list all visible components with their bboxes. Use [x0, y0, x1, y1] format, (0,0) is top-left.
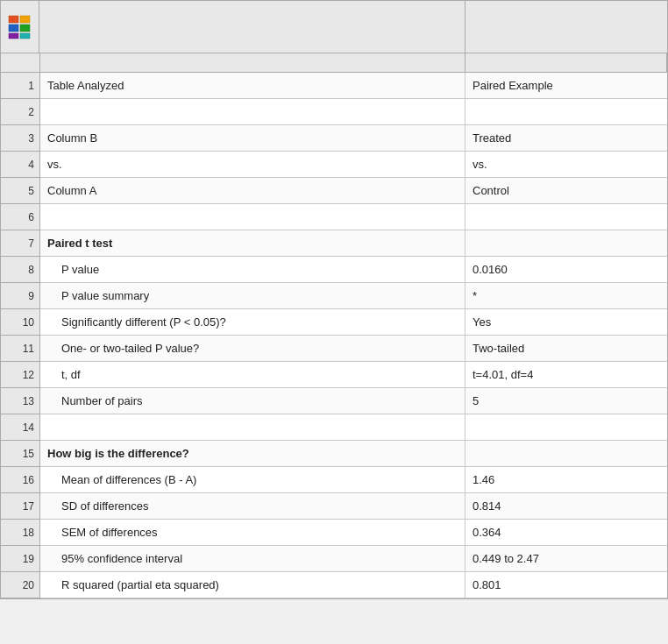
- cell-a-3: Column B: [40, 125, 465, 151]
- cell-b-2: [465, 99, 667, 124]
- table-row-12: t, dft=4.01, df=4: [40, 362, 667, 388]
- cell-a-10: Significantly different (P < 0.05)?: [40, 309, 465, 335]
- cell-b-7: [465, 230, 667, 256]
- cell-a-13: Number of pairs: [40, 388, 465, 414]
- cell-b-1: Paired Example: [465, 73, 667, 98]
- main-container: 1234567891011121314151617181920 Table An…: [0, 0, 668, 599]
- row-num-12: 12: [1, 362, 39, 388]
- app-icon-area: [1, 1, 39, 53]
- table-content: Table AnalyzedPaired ExampleColumn BTrea…: [40, 53, 667, 598]
- row-num-header: [1, 53, 39, 73]
- table-row-18: SEM of differences0.364: [40, 520, 667, 546]
- col-header-b: [465, 53, 667, 73]
- cell-a-14: [40, 414, 465, 440]
- cell-b-10: Yes: [465, 309, 667, 335]
- row-num-17: 17: [1, 493, 39, 520]
- row-num-1: 1: [1, 73, 39, 99]
- cell-b-8: 0.0160: [465, 257, 667, 282]
- table-row-14: [40, 414, 667, 441]
- row-num-5: 5: [1, 178, 39, 204]
- grid-icon: [8, 15, 32, 39]
- table-row-9: P value summary*: [40, 283, 667, 309]
- table-wrapper: 1234567891011121314151617181920 Table An…: [1, 53, 667, 598]
- cell-a-2: [40, 99, 465, 124]
- svg-rect-2: [9, 25, 18, 32]
- cell-a-1: Table Analyzed: [40, 73, 465, 98]
- cell-a-6: [40, 204, 465, 230]
- row-num-18: 18: [1, 520, 39, 546]
- cell-b-12: t=4.01, df=4: [465, 362, 667, 387]
- row-num-16: 16: [1, 467, 39, 493]
- row-num-11: 11: [1, 336, 39, 362]
- cell-a-4: vs.: [40, 152, 465, 177]
- table-row-11: One- or two-tailed P value?Two-tailed: [40, 336, 667, 362]
- table-row-5: Column AControl: [40, 178, 667, 204]
- table-row-2: [40, 99, 667, 125]
- header-right: [465, 1, 667, 53]
- cell-b-9: *: [465, 283, 667, 308]
- table-row-4: vs.vs.: [40, 152, 667, 178]
- row-num-3: 3: [1, 125, 39, 152]
- row-num-6: 6: [1, 204, 39, 230]
- table-row-3: Column BTreated: [40, 125, 667, 152]
- col-header-a: [40, 53, 465, 73]
- cell-a-18: SEM of differences: [40, 520, 465, 545]
- cell-a-7: Paired t test: [40, 230, 465, 256]
- table-row-17: SD of differences0.814: [40, 493, 667, 520]
- cell-a-8: P value: [40, 257, 465, 282]
- row-num-10: 10: [1, 309, 39, 336]
- cell-b-13: 5: [465, 388, 667, 414]
- svg-rect-3: [20, 25, 30, 32]
- cell-b-20: 0.801: [465, 572, 667, 598]
- cell-a-17: SD of differences: [40, 493, 465, 519]
- cell-a-11: One- or two-tailed P value?: [40, 336, 465, 361]
- row-num-7: 7: [1, 230, 39, 257]
- row-num-8: 8: [1, 257, 39, 283]
- svg-rect-0: [9, 16, 18, 23]
- cell-a-20: R squared (partial eta squared): [40, 572, 465, 598]
- table-row-19: 95% confidence interval0.449 to 2.47: [40, 546, 667, 572]
- row-num-20: 20: [1, 572, 39, 598]
- svg-rect-5: [20, 33, 30, 39]
- row-num-14: 14: [1, 414, 39, 441]
- cell-b-16: 1.46: [465, 467, 667, 492]
- row-num-2: 2: [1, 99, 39, 125]
- cell-b-15: [465, 441, 667, 466]
- svg-rect-1: [20, 16, 30, 23]
- cell-b-4: vs.: [465, 152, 667, 177]
- cell-a-19: 95% confidence interval: [40, 546, 465, 571]
- table-row-10: Significantly different (P < 0.05)?Yes: [40, 309, 667, 336]
- row-num-15: 15: [1, 441, 39, 467]
- col-headers: [40, 53, 667, 73]
- cell-b-11: Two-tailed: [465, 336, 667, 361]
- cell-a-16: Mean of differences (B - A): [40, 467, 465, 492]
- table-row-16: Mean of differences (B - A)1.46: [40, 467, 667, 493]
- row-num-9: 9: [1, 283, 39, 309]
- row-numbers: 1234567891011121314151617181920: [1, 53, 40, 598]
- row-num-19: 19: [1, 546, 39, 572]
- cell-b-14: [465, 414, 667, 440]
- cell-b-18: 0.364: [465, 520, 667, 545]
- row-num-4: 4: [1, 152, 39, 178]
- table-row-13: Number of pairs5: [40, 388, 667, 414]
- cell-b-19: 0.449 to 2.47: [465, 546, 667, 571]
- table-row-1: Table AnalyzedPaired Example: [40, 73, 667, 99]
- header-area: [1, 1, 667, 53]
- table-row-8: P value0.0160: [40, 257, 667, 283]
- header-title-area: [39, 1, 465, 53]
- table-row-6: [40, 204, 667, 230]
- cell-b-17: 0.814: [465, 493, 667, 519]
- table-row-7: Paired t test: [40, 230, 667, 257]
- cell-a-12: t, df: [40, 362, 465, 387]
- svg-rect-4: [9, 33, 18, 39]
- table-row-20: R squared (partial eta squared)0.801: [40, 572, 667, 598]
- cell-a-5: Column A: [40, 178, 465, 203]
- row-num-13: 13: [1, 388, 39, 414]
- cell-a-15: How big is the difference?: [40, 441, 465, 466]
- cell-b-6: [465, 204, 667, 230]
- table-row-15: How big is the difference?: [40, 441, 667, 467]
- cell-b-3: Treated: [465, 125, 667, 151]
- cell-b-5: Control: [465, 178, 667, 203]
- cell-a-9: P value summary: [40, 283, 465, 308]
